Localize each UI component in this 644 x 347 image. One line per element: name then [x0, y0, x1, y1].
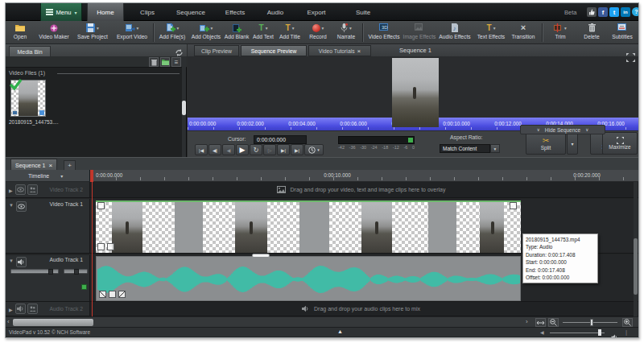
delete-button[interactable]: Delete	[579, 22, 605, 43]
subtitles-button[interactable]: Subtitles	[608, 22, 637, 43]
add-text-button[interactable]: T▾ Add Text	[250, 22, 276, 43]
record-button[interactable]: ▾ Record	[304, 22, 332, 43]
split-dropdown-button[interactable]: ▾	[567, 132, 578, 155]
zoom-slider-thumb[interactable]	[590, 319, 593, 326]
video-maker-button[interactable]: Video Maker	[35, 22, 73, 43]
linkedin-icon[interactable]: in	[621, 7, 630, 17]
next-frame-button[interactable]: ▶|	[277, 144, 290, 155]
tab-clip-preview[interactable]: Clip Preview	[194, 45, 239, 56]
open-button[interactable]: Open	[7, 22, 33, 43]
scroll-right-icon[interactable]: ›	[526, 318, 528, 325]
playback-timer-button[interactable]: ▾	[304, 144, 324, 155]
timeline-ruler-row[interactable]: Timeline ▾ 0:00:00.000 0:00:10.000 0:00:…	[6, 170, 638, 182]
preview-expand-icon[interactable]	[626, 51, 635, 65]
maximize-button[interactable]: Maximize	[602, 132, 638, 155]
menu-button[interactable]: Menu ▾	[40, 3, 82, 21]
menu-tab-export[interactable]: Export	[299, 3, 333, 21]
loop-button[interactable]: ↻	[250, 144, 262, 155]
video-clip[interactable]	[96, 200, 521, 253]
track-mute-icon[interactable]	[15, 304, 26, 314]
zoom-out-icon[interactable]	[548, 318, 559, 327]
clip-fx-icon[interactable]	[107, 243, 114, 250]
track-color-chip[interactable]	[81, 284, 87, 290]
volume-speaker-icon[interactable]	[611, 329, 618, 338]
play-button[interactable]: ▶	[236, 144, 249, 155]
track-resize-handle[interactable]	[252, 254, 270, 258]
clip-end-icon[interactable]	[510, 202, 517, 209]
fade-in-icon[interactable]	[99, 291, 106, 298]
tab-video-tutorials[interactable]: Video Tutorials×	[308, 45, 371, 56]
split-button[interactable]: ✂ Split	[526, 132, 566, 155]
like-icon[interactable]	[587, 7, 597, 17]
go-to-start-button[interactable]: |◀	[195, 144, 208, 155]
media-bin-scroll-thumb[interactable]	[182, 101, 186, 115]
image-effects-button[interactable]: Image Effects	[402, 22, 436, 43]
panel-expand-icon[interactable]: ▲	[337, 328, 343, 334]
clip-transform-icon[interactable]	[97, 202, 105, 209]
text-effects-button[interactable]: T▾ Text Effects	[475, 22, 507, 43]
menu-tab-effects[interactable]: Effects	[217, 3, 253, 21]
add-objects-button[interactable]: ▾ Add Objects	[189, 22, 223, 43]
track-group-icon[interactable]	[27, 304, 38, 314]
media-bin-scrollbar[interactable]	[182, 56, 186, 157]
bin-trash-icon[interactable]	[149, 57, 159, 67]
clip-volume-icon[interactable]	[109, 291, 116, 298]
menu-tab-home[interactable]: Home	[87, 3, 124, 21]
menu-tab-clips[interactable]: Clips	[132, 3, 163, 21]
expand-track-icon[interactable]: ▶	[9, 307, 13, 312]
track-volume-slider[interactable]	[10, 269, 59, 274]
cursor-time-field[interactable]: 0:00:00.000	[254, 135, 307, 144]
twitter-icon[interactable]: t	[609, 7, 619, 17]
bin-import-folder-icon[interactable]	[160, 57, 170, 67]
help-icon[interactable]: ?	[632, 7, 639, 16]
collapse-track-icon[interactable]: ▼	[9, 258, 14, 263]
hscroll-thumb[interactable]	[13, 319, 93, 326]
save-project-button[interactable]: ▾ Save Project	[73, 22, 112, 43]
track-visibility-icon[interactable]	[15, 184, 26, 195]
audio-clip[interactable]	[96, 256, 521, 301]
fade-out-icon[interactable]	[118, 291, 126, 298]
add-title-button[interactable]: T▾ Add Title	[277, 22, 303, 43]
scroll-left-icon[interactable]: ‹	[7, 318, 10, 325]
aspect-ratio-dropdown-button[interactable]: ▾	[490, 144, 500, 153]
track-visibility-icon[interactable]	[16, 201, 27, 212]
previous-frame-button[interactable]: ◀|	[208, 144, 221, 155]
step-forward-button[interactable]: ▷	[263, 144, 276, 155]
trim-button[interactable]: ▾ Trim	[547, 22, 574, 43]
timeline-vscroll-thumb[interactable]	[634, 238, 638, 295]
zoom-in-icon[interactable]	[622, 318, 633, 327]
timeline-view-selector[interactable]: Timeline ▾	[6, 170, 90, 181]
add-files-button[interactable]: ▾ Add File(s)	[156, 22, 188, 43]
media-clip-thumbnail[interactable]	[10, 80, 46, 117]
add-blank-button[interactable]: Add Blank	[224, 22, 250, 43]
volume-slider-track[interactable]	[550, 333, 605, 333]
facebook-icon[interactable]: f	[598, 7, 608, 17]
timeline-hscrollbar[interactable]: ‹ ›	[6, 316, 638, 327]
volume-min-icon[interactable]: ◀	[540, 329, 544, 335]
menu-tab-suite[interactable]: Suite	[348, 3, 378, 21]
clip-speed-icon[interactable]	[97, 243, 105, 250]
playhead[interactable]	[92, 170, 93, 316]
menu-tab-audio[interactable]: Audio	[259, 3, 291, 21]
close-icon[interactable]: ×	[357, 48, 361, 55]
playhead-cap[interactable]	[90, 170, 93, 182]
audio-effects-button[interactable]: ♪ Audio Effects	[436, 22, 473, 43]
fit-to-window-icon[interactable]	[535, 318, 546, 327]
collapse-track-icon[interactable]: ▼	[9, 203, 14, 208]
sequence-tab[interactable]: Sequence 1 ×	[10, 159, 57, 171]
transition-button[interactable]: × Transition	[508, 22, 539, 43]
volume-slider-thumb[interactable]	[598, 329, 601, 336]
expand-track-icon[interactable]: ▶	[9, 188, 13, 193]
bin-list-view-icon[interactable]: ≡	[171, 57, 181, 67]
export-video-button[interactable]: ▾ Export Video	[113, 22, 151, 43]
media-bin-tab[interactable]: Media Bin	[9, 46, 51, 56]
narrate-button[interactable]: ▾ Narrate	[332, 22, 360, 43]
close-icon[interactable]: ×	[48, 162, 52, 169]
hide-sequence-button[interactable]: ∨ Hide Sequence ∨	[520, 125, 605, 134]
rewind-button[interactable]: ◀	[222, 144, 235, 155]
go-to-end-button[interactable]: ▶|	[291, 144, 303, 155]
track-pan-slider[interactable]	[64, 269, 88, 274]
tab-sequence-preview[interactable]: Sequence Preview	[241, 45, 307, 56]
timeline-vertical-scrollbar[interactable]	[634, 182, 638, 316]
track-mute-icon[interactable]	[16, 257, 27, 267]
